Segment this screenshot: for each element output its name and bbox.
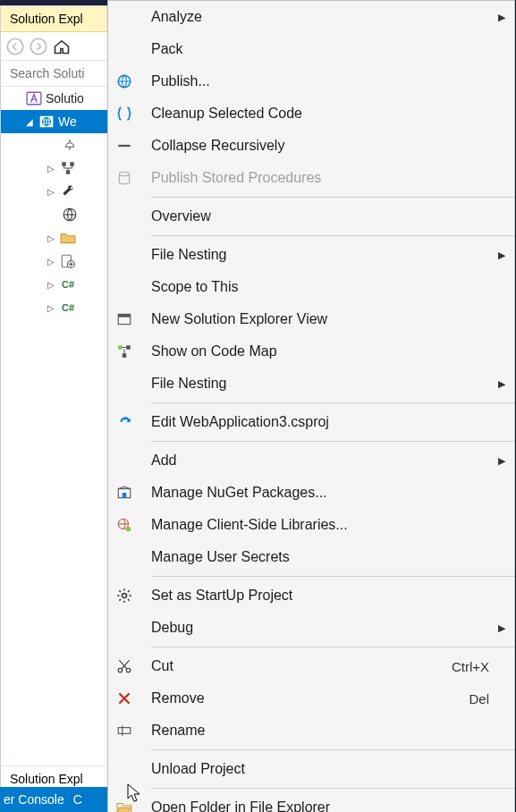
menu-label: Remove [140, 690, 469, 706]
caret-icon: ▷ [47, 164, 56, 173]
menu-separator [151, 441, 514, 442]
svg-point-26 [126, 668, 131, 672]
menu-cleanup[interactable]: Cleanup Selected Code [108, 97, 514, 130]
globe-icon [62, 207, 78, 223]
tree-label: Solutio [46, 91, 84, 106]
submenu-arrow-icon: ▶ [498, 12, 505, 23]
menu-label: Show on Code Map [140, 343, 514, 359]
svg-point-23 [126, 527, 131, 532]
mouse-cursor-icon [127, 783, 143, 807]
home-button[interactable] [53, 38, 71, 55]
solution-tree[interactable]: Solutio ◢ We ▷ ▷ [1, 87, 124, 319]
tree-item[interactable]: ▷ [1, 250, 124, 273]
svg-rect-27 [118, 728, 131, 734]
menu-overview[interactable]: Overview [108, 200, 514, 233]
menu-label: File Nesting [140, 376, 514, 392]
menu-label: Manage User Secrets [140, 549, 514, 565]
menu-label: Collapse Recursively [140, 138, 514, 154]
menu-label: Manage Client-Side Libraries... [140, 517, 514, 533]
menu-rename[interactable]: Rename [108, 715, 514, 747]
menu-label: Cleanup Selected Code [140, 106, 514, 122]
menu-label: Analyze [140, 9, 514, 25]
panel-title: Solution Expl [1, 6, 124, 32]
svg-rect-7 [70, 162, 74, 166]
status-bar: er Console C [0, 787, 125, 812]
menu-separator [151, 576, 514, 577]
menu-label: Publish... [140, 73, 514, 89]
menu-code-map[interactable]: Show on Code Map [108, 335, 514, 368]
client-libs-icon [115, 516, 133, 534]
tree-project-selected[interactable]: ◢ We [1, 110, 124, 133]
csharp-icon: C# [60, 300, 76, 316]
menu-cut[interactable]: Cut Ctrl+X [108, 650, 514, 682]
tree-item[interactable]: ▷ [1, 180, 124, 203]
caret-icon: ▷ [47, 303, 56, 313]
menu-separator [151, 235, 514, 236]
menu-file-nesting-2[interactable]: File Nesting ▶ [108, 368, 514, 400]
context-menu: Analyze ▶ Pack Publish... Cleanup Select… [107, 0, 515, 812]
tree-item[interactable] [1, 203, 124, 226]
menu-new-solution-view[interactable]: New Solution Explorer View [108, 303, 514, 335]
menu-label: Set as StartUp Project [140, 588, 514, 604]
forward-button[interactable] [30, 38, 47, 55]
menu-set-startup[interactable]: Set as StartUp Project [108, 579, 514, 612]
menu-scope[interactable]: Scope to This [108, 271, 514, 303]
menu-label: Debug [140, 620, 514, 636]
status-item[interactable]: er Console [4, 792, 64, 807]
menu-label: Scope to This [140, 279, 514, 295]
menu-separator [151, 749, 514, 750]
tree-item[interactable]: ▷ [1, 226, 124, 250]
status-item[interactable]: C [73, 792, 82, 807]
svg-point-25 [118, 668, 123, 672]
menu-analyze[interactable]: Analyze ▶ [108, 1, 514, 33]
dependencies-icon [60, 160, 76, 176]
menu-collapse[interactable]: Collapse Recursively [108, 130, 514, 162]
menu-edit-project[interactable]: Edit WebApplication3.csproj [108, 406, 514, 438]
scissors-icon [115, 657, 133, 675]
search-input[interactable] [1, 61, 124, 87]
menu-debug[interactable]: Debug ▶ [108, 612, 514, 644]
submenu-arrow-icon: ▶ [498, 455, 505, 467]
menu-remove[interactable]: Remove Del [108, 682, 514, 715]
svg-rect-19 [123, 353, 127, 358]
svg-rect-17 [118, 345, 123, 350]
menu-publish-stored: Publish Stored Procedures [108, 162, 514, 194]
menu-file-nesting[interactable]: File Nesting ▶ [108, 239, 514, 271]
back-button[interactable] [6, 38, 24, 55]
menu-label: Overview [140, 208, 514, 224]
menu-pack[interactable]: Pack [108, 33, 514, 65]
tree-item[interactable]: ▷ C# [1, 273, 124, 296]
tree-label: We [58, 114, 77, 129]
tree-item[interactable]: ▷ C# [1, 296, 124, 319]
panel-toolbar [1, 32, 124, 61]
menu-open-folder[interactable]: Open Folder in File Explorer [108, 791, 514, 812]
tree-item[interactable]: ▷ [1, 156, 124, 180]
watermark-text: Alan Tsai 的學習筆記 [410, 770, 511, 785]
menu-label: New Solution Explorer View [140, 311, 514, 327]
redo-icon [115, 413, 133, 431]
publish-globe-icon [115, 72, 133, 90]
tree-solution-root[interactable]: Solutio [1, 87, 124, 110]
svg-rect-18 [126, 345, 131, 350]
menu-separator [151, 197, 514, 198]
menu-user-secrets[interactable]: Manage User Secrets [108, 541, 514, 573]
menu-add[interactable]: Add ▶ [108, 444, 514, 477]
menu-separator [151, 402, 514, 403]
svg-rect-16 [118, 314, 131, 317]
csharp-icon: C# [60, 276, 76, 292]
collapse-icon [115, 137, 133, 155]
menu-publish[interactable]: Publish... [108, 65, 514, 97]
connected-services-icon [62, 137, 78, 153]
svg-rect-8 [66, 170, 71, 174]
new-window-icon [115, 310, 133, 328]
caret-icon: ▷ [47, 187, 56, 197]
menu-label: Add [140, 453, 514, 469]
menu-shortcut: Del [469, 691, 514, 706]
vs-solution-icon [26, 90, 42, 106]
menu-nuget[interactable]: Manage NuGet Packages... [108, 477, 514, 509]
menu-client-libs[interactable]: Manage Client-Side Libraries... [108, 509, 514, 541]
tree-item[interactable] [1, 133, 124, 156]
svg-rect-13 [118, 145, 131, 147]
menu-label: Publish Stored Procedures [140, 170, 514, 186]
submenu-arrow-icon: ▶ [498, 622, 505, 634]
